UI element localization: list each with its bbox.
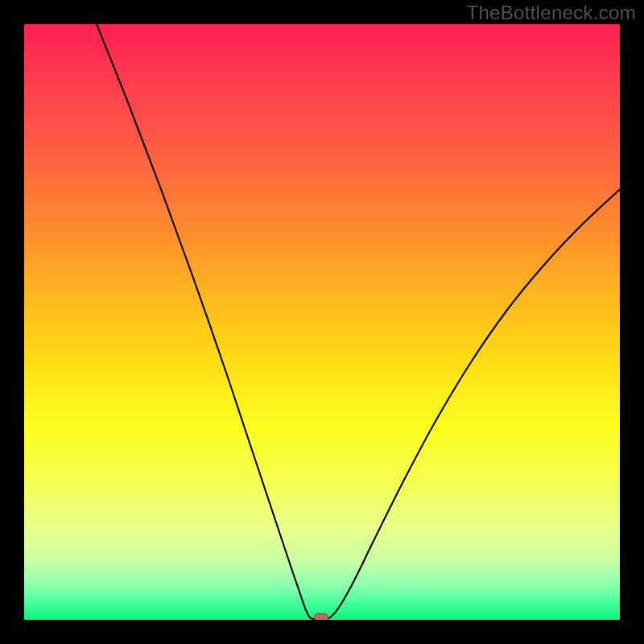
chart-frame: TheBottleneck.com bbox=[0, 0, 644, 644]
curve-svg bbox=[24, 24, 620, 620]
min-marker bbox=[314, 613, 328, 621]
bottleneck-curve bbox=[97, 24, 620, 619]
plot-area bbox=[24, 24, 620, 620]
watermark-text: TheBottleneck.com bbox=[466, 2, 636, 24]
